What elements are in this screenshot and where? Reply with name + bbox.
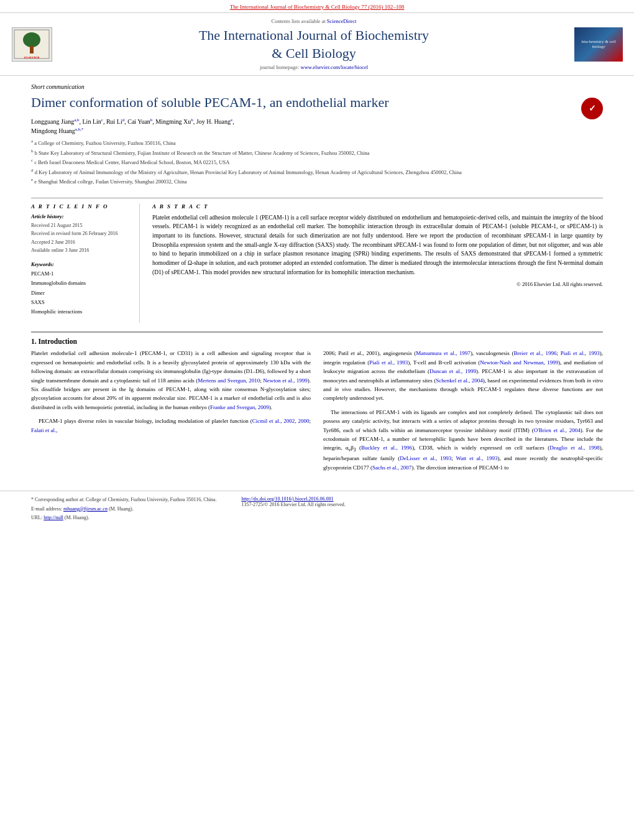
journal-logo-right: biochemistry & cell biology [574, 27, 624, 62]
history-received: Received 21 August 2015 [31, 221, 132, 230]
introduction-section: 1. Introduction Platelet endothelial cel… [31, 331, 603, 476]
crossmark-badge: ✓ [581, 98, 603, 119]
homepage-link[interactable]: www.elsevier.com/locate/biocel [301, 64, 369, 70]
bottom-bar: * Corresponding author at: College of Ch… [0, 491, 634, 528]
ref-mertens[interactable]: Mertens and Svergun, 2010 [198, 377, 260, 384]
url-link[interactable]: http://null [44, 515, 63, 520]
ref-piali-1993b[interactable]: Piali et al., 1993 [369, 359, 408, 366]
intro-body-columns: Platelet endothelial cell adhesion molec… [31, 349, 603, 476]
url-footnote: URL: http://null (M. Huang). [31, 514, 216, 522]
doi-section: http://dx.doi.org/10.1016/j.biocel.2016.… [241, 496, 345, 524]
ref-franke[interactable]: Franke and Svergun, 2009 [210, 404, 269, 410]
email-link[interactable]: mhuang@fjirsm.ac.cn [63, 506, 108, 512]
ref-newton-nash[interactable]: Newton-Nash and Newman, 1999 [480, 359, 558, 366]
footnote-section: * Corresponding author at: College of Ch… [31, 496, 216, 524]
svg-rect-2 [30, 46, 34, 53]
journal-homepage: journal homepage: www.elsevier.com/locat… [60, 64, 568, 70]
history-revised: Received in revised form 26 February 201… [31, 229, 132, 238]
ref-sachs[interactable]: Sachs et al., 2007 [372, 464, 411, 471]
history-accepted: Accepted 2 June 2016 [31, 238, 132, 247]
ref-schenkel[interactable]: Schenkel et al., 2004 [436, 377, 483, 384]
abstract-paragraph: Platelet endothelial cell adhesion molec… [152, 213, 603, 277]
journal-logo-image: biochemistry & cell biology [574, 27, 623, 62]
ref-watt[interactable]: Watt et al., 1993 [456, 455, 497, 461]
authors-line: Longguang Jianga,b, Lin Linc, Rui Lid, C… [31, 117, 570, 136]
affiliation-c: c c Beth Israel Deaconess Medical Center… [31, 157, 570, 167]
article-info-heading: A R T I C L E I N F O [31, 203, 132, 210]
elsevier-image: ELSEVIER [12, 27, 52, 62]
ref-cicmil[interactable]: Cicmil et al., 2002, 2000 [252, 418, 310, 424]
keyword-5: Homophilic interactions [31, 307, 132, 316]
top-bar: The International Journal of Biochemistr… [0, 0, 634, 12]
ref-delisser[interactable]: DeLisser et al., 1993 [400, 455, 451, 461]
affiliations-block: a a College of Chemistry, Fuzhou Univers… [31, 138, 570, 186]
article-history-section: Article history: Received 21 August 2015… [31, 213, 132, 255]
abstract-heading: A B S T R A C T [152, 203, 603, 210]
svg-point-1 [23, 32, 40, 47]
keywords-title: Keywords: [31, 261, 132, 267]
journal-center-block: Contents lists available at ScienceDirec… [60, 18, 568, 70]
intro-left-col: Platelet endothelial cell adhesion molec… [31, 349, 311, 476]
abstract-text: Platelet endothelial cell adhesion molec… [152, 213, 603, 277]
intro-para-1: Platelet endothelial cell adhesion molec… [31, 349, 311, 412]
article-type-label: Short communication [31, 83, 603, 90]
abstract-col: A B S T R A C T Platelet endothelial cel… [152, 203, 603, 323]
intro-right-col: 2006; Patil et al., 2001), angiogenesis … [323, 349, 603, 476]
ref-matsumura[interactable]: Matsumura et al., 1997 [416, 350, 471, 356]
journal-header: ELSEVIER Contents lists available at Sci… [0, 12, 634, 76]
intro-heading: 1. Introduction [31, 338, 603, 345]
ref-piali-1993[interactable]: Piali et al., 1993 [561, 350, 600, 356]
issn-line: 1357-2725/© 2016 Elsevier Ltd. All right… [241, 502, 345, 507]
keywords-list: PECAM-1 Immunoglobulin domains Dimer SAX… [31, 269, 132, 316]
affiliation-d: d d Key Laboratory of Animal Immunology … [31, 167, 570, 177]
ref-obrien[interactable]: O'Brien et al., 2004 [534, 427, 581, 433]
ref-duncan[interactable]: Duncan et al., 1999 [430, 368, 476, 374]
ref-buckley[interactable]: Buckley et al., 1996 [361, 445, 412, 451]
corresponding-footnote: * Corresponding author at: College of Ch… [31, 496, 216, 504]
keyword-1: PECAM-1 [31, 269, 132, 279]
keyword-4: SAXS [31, 298, 132, 307]
ref-falati[interactable]: Falati et al., [31, 427, 58, 433]
affiliation-e: e e Shanghai Medical college, Fudan Univ… [31, 177, 570, 186]
doi-link-line: http://dx.doi.org/10.1016/j.biocel.2016.… [241, 496, 345, 502]
doi-link[interactable]: http://dx.doi.org/10.1016/j.biocel.2016.… [241, 496, 333, 502]
keyword-2: Immunoglobulin domains [31, 279, 132, 288]
affiliation-b: b b State Key Laboratory of Structural C… [31, 148, 570, 157]
affiliation-a: a a College of Chemistry, Fuzhou Univers… [31, 138, 570, 147]
intro-right-para-2: The interactions of PECAM-1 with its lig… [323, 408, 603, 472]
article-info-col: A R T I C L E I N F O Article history: R… [31, 203, 140, 323]
abstract-copyright: © 2016 Elsevier Ltd. All rights reserved… [152, 281, 603, 287]
sciencedirect-link[interactable]: ScienceDirect [327, 18, 357, 24]
ref-newton-1999[interactable]: Newton et al., 1999 [263, 377, 308, 384]
journal-citation-link[interactable]: The International Journal of Biochemistr… [230, 4, 404, 10]
intro-para-2: PECAM-1 plays diverse roles in vascular … [31, 417, 311, 435]
page: The International Journal of Biochemistr… [0, 0, 634, 840]
intro-right-para-1: 2006; Patil et al., 2001), angiogenesis … [323, 349, 603, 402]
svg-text:ELSEVIER: ELSEVIER [24, 56, 40, 59]
intro-right-text: 2006; Patil et al., 2001), angiogenesis … [323, 349, 603, 471]
corresponding-star-link[interactable]: * [81, 127, 84, 132]
ref-deaglio[interactable]: Deaglio et al., 1998 [549, 445, 600, 451]
history-title: Article history: [31, 213, 132, 219]
intro-left-text: Platelet endothelial cell adhesion molec… [31, 349, 311, 435]
contents-link: Contents lists available at ScienceDirec… [60, 18, 568, 24]
email-footnote: E-mail address: mhuang@fjirsm.ac.cn (M. … [31, 505, 216, 514]
elsevier-logo-block: ELSEVIER [10, 27, 53, 62]
article-title: Dimer conformation of soluble PECAM-1, a… [31, 94, 570, 112]
ref-breier[interactable]: Breier et al., 1996 [513, 350, 556, 356]
journal-title: The International Journal of Biochemistr… [60, 27, 568, 62]
article-body: Short communication Dimer conformation o… [0, 76, 634, 484]
bottom-bar-inner: * Corresponding author at: College of Ch… [31, 496, 603, 524]
history-online: Available online 3 June 2016 [31, 246, 132, 255]
article-info-abstract-section: A R T I C L E I N F O Article history: R… [31, 198, 603, 323]
keyword-3: Dimer [31, 288, 132, 298]
keywords-section: Keywords: PECAM-1 Immunoglobulin domains… [31, 261, 132, 316]
